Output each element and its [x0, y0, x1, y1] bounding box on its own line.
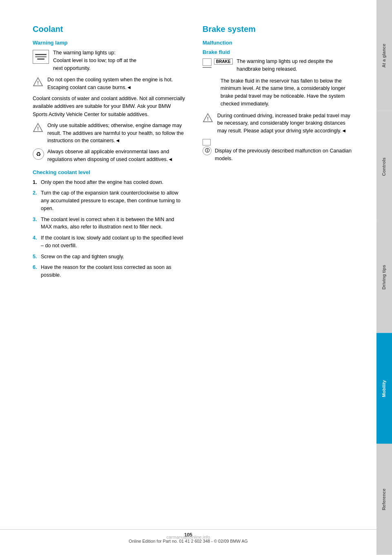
sidebar: At a glance Controls Driving tips Mobili… [376, 0, 392, 555]
brake-lamp-text-2: The brake fluid in the reservoir has fal… [220, 77, 356, 108]
warning-text-2: Only use suitable additives; otherwise, … [47, 122, 186, 145]
list-item: 5. Screw on the cap and tighten snugly. [33, 253, 186, 261]
coolant-body-1: Coolant consists of water and coolant ad… [33, 95, 186, 119]
footer-divider [0, 529, 376, 530]
page-footer: 105 Online Edition for Part no. 01 41 2 … [0, 529, 376, 544]
step-text-4: If the coolant is low, slowly add coolan… [41, 234, 186, 250]
warning-text-1: Do not open the cooling system when the … [47, 76, 186, 92]
warning-note-2: ! Only use suitable additives; otherwise… [33, 122, 186, 145]
checking-level-subtitle: Checking coolant level [33, 169, 186, 175]
brake-icon-container: BRAKE [203, 58, 233, 68]
brake-top-row: BRAKE [203, 58, 233, 66]
sidebar-tab-controls[interactable]: Controls [376, 111, 392, 222]
step-number-6: 6. [33, 264, 41, 279]
brake-lamp-text-1: The warning lamp lights up red despite t… [237, 58, 356, 73]
step-number-4: 4. [33, 234, 41, 250]
coolant-section: Coolant Warning lamp The warning lamp li… [33, 25, 186, 539]
brake-label-icon: BRAKE [214, 58, 233, 65]
warning-lamp-subtitle: Warning lamp [33, 40, 186, 46]
step-number-1: 1. [33, 179, 41, 186]
list-item: 4. If the coolant is low, slowly add coo… [33, 234, 186, 250]
coolant-title: Coolant [33, 25, 186, 34]
step-text-6: Have the reason for the coolant loss cor… [41, 264, 186, 279]
recycle-icon: ♻ [33, 148, 44, 160]
step-text-5: Screw on the cap and tighten snugly. [41, 253, 186, 261]
canadian-note-text: Display of the previously described malf… [215, 147, 356, 163]
brake-lamp-box: BRAKE The warning lamp lights up red des… [203, 58, 356, 73]
lamp-line-2 [35, 56, 47, 58]
sidebar-tab-at-a-glance[interactable]: At a glance [376, 0, 392, 111]
step-text-3: The coolant level is correct when it is … [41, 216, 186, 231]
list-item: 2. Turn the cap of the expansion tank co… [33, 189, 186, 212]
coolant-lamp-icon [33, 50, 49, 64]
warning-triangle-icon-brake: ! [203, 113, 214, 123]
env-note: ♻ Always observe all applicable environm… [33, 148, 186, 163]
warning-lamp-box: The warning lamp lights up: Coolant leve… [33, 49, 186, 72]
step-text-1: Only open the hood after the engine has … [41, 179, 186, 186]
step-number-5: 5. [33, 253, 41, 261]
lamp-line-3 [37, 58, 45, 60]
lamp-line-1 [35, 54, 47, 55]
warning-note-1: ! Do not open the cooling system when th… [33, 76, 186, 92]
svg-text:!: ! [207, 116, 209, 122]
info-icon-container: ⓘ [203, 139, 212, 155]
svg-text:!: ! [37, 80, 39, 86]
brake-system-section: Brake system Malfunction Brake fluid BRA… [203, 25, 356, 539]
brake-lamp-line [203, 67, 212, 68]
sidebar-tab-reference[interactable]: Reference [376, 444, 392, 555]
list-item: 3. The coolant level is correct when it … [33, 216, 186, 231]
env-note-text: Always observe all applicable environmen… [47, 148, 186, 163]
brake-small-lamp [203, 58, 212, 66]
warning-triangle-icon-1: ! [33, 77, 44, 87]
coolant-steps-list: 1. Only open the hood after the engine h… [33, 179, 186, 279]
watermark: carmanualsonline.info [166, 535, 210, 539]
malfunction-subtitle: Malfunction [203, 40, 356, 46]
canadian-note: ⓘ Display of the previously described ma… [203, 139, 356, 163]
step-number-3: 3. [33, 216, 41, 231]
warning-triangle-icon-2: ! [33, 123, 44, 132]
warning-lamp-text: The warning lamp lights up: Coolant leve… [53, 49, 136, 72]
list-item: 6. Have the reason for the coolant loss … [33, 264, 186, 279]
svg-text:!: ! [37, 126, 39, 132]
info-circle-icon: ⓘ [203, 146, 212, 155]
info-lamp-small [203, 139, 211, 145]
brake-second-note: The brake fluid in the reservoir has fal… [203, 77, 356, 108]
brake-warning-note: ! During continued driving, increased br… [203, 112, 356, 135]
list-item: 1. Only open the hood after the engine h… [33, 179, 186, 186]
brake-warning-text: During continued driving, increased brak… [217, 112, 356, 135]
brake-system-title: Brake system [203, 25, 356, 34]
brake-fluid-subtitle: Brake fluid [203, 49, 356, 55]
sidebar-tab-mobility[interactable]: Mobility [376, 333, 392, 444]
sidebar-tab-driving-tips[interactable]: Driving tips [376, 222, 392, 333]
step-number-2: 2. [33, 189, 41, 212]
step-text-2: Turn the cap of the expansion tank count… [41, 189, 186, 212]
